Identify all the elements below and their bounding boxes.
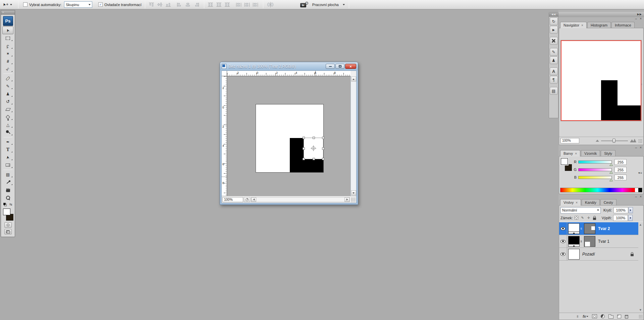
panel-resize-grip[interactable] bbox=[638, 139, 642, 143]
canvas[interactable] bbox=[256, 104, 323, 172]
paragraph-panel-button[interactable]: ¶ bbox=[550, 76, 558, 84]
vertical-scrollbar[interactable] bbox=[351, 76, 356, 196]
visibility-toggle[interactable] bbox=[559, 248, 567, 261]
tab-informace[interactable]: Informace bbox=[611, 22, 635, 28]
zoom-out-icon[interactable] bbox=[596, 140, 599, 142]
color-spectrum-ramp[interactable] bbox=[560, 188, 642, 192]
blue-value-field[interactable]: 255 bbox=[614, 175, 627, 180]
spectrum-gradient[interactable] bbox=[560, 188, 635, 192]
slider-thumb[interactable] bbox=[609, 179, 613, 181]
transform-handle[interactable] bbox=[303, 158, 305, 160]
tool-paint-bucket[interactable] bbox=[2, 113, 13, 121]
tab-histogram[interactable]: Histogram bbox=[587, 22, 611, 28]
horizontal-scrollbar[interactable] bbox=[251, 197, 350, 202]
layer-name[interactable]: Tvar 1 bbox=[598, 239, 609, 244]
zoom-level-field[interactable]: 100% bbox=[222, 197, 243, 202]
distribute-right-edges-icon[interactable] bbox=[252, 2, 259, 7]
ruler-origin-corner[interactable] bbox=[222, 71, 227, 76]
transform-bounding-box[interactable] bbox=[304, 138, 323, 159]
layer-fill-thumbnail[interactable] bbox=[568, 223, 580, 234]
link-layers-button[interactable]: ∞ bbox=[576, 315, 580, 317]
green-slider[interactable] bbox=[578, 168, 612, 171]
tab-vrstvy[interactable]: Vrstvy × bbox=[560, 199, 581, 205]
slider-thumb[interactable] bbox=[612, 139, 615, 143]
tab-close-icon[interactable]: × bbox=[575, 152, 577, 155]
transform-controls-option[interactable]: ✓ Ovladače transformací bbox=[98, 2, 142, 7]
tab-styly[interactable]: Styly bbox=[601, 150, 615, 156]
visibility-toggle[interactable] bbox=[559, 235, 567, 248]
red-value-field[interactable]: 255 bbox=[614, 159, 627, 165]
history-panel-button[interactable]: ↻ bbox=[550, 17, 558, 25]
layer-row-pozadi[interactable]: Pozadí bbox=[559, 248, 638, 261]
brushes-panel-button[interactable]: ✎ bbox=[550, 48, 558, 56]
white-swatch[interactable] bbox=[635, 188, 638, 192]
window-resize-grip[interactable] bbox=[351, 197, 356, 202]
clone-source-panel-button[interactable]: ♟ bbox=[550, 56, 558, 64]
horizontal-ruler[interactable]: 2 0 2 4 6 8 bbox=[227, 71, 351, 76]
visibility-toggle[interactable] bbox=[559, 222, 567, 235]
align-right-edges-icon[interactable] bbox=[193, 2, 200, 7]
auto-select-checkbox[interactable] bbox=[23, 2, 28, 7]
tool-type[interactable]: T bbox=[2, 146, 13, 153]
actions-panel-button[interactable]: ▶ bbox=[550, 26, 558, 34]
navigator-zoom-slider[interactable] bbox=[601, 138, 628, 143]
tool-dodge[interactable] bbox=[2, 129, 13, 136]
transform-handle[interactable] bbox=[313, 137, 315, 139]
align-left-edges-icon[interactable] bbox=[176, 2, 183, 7]
auto-select-option[interactable]: Vybrat automaticky: bbox=[23, 2, 61, 7]
distribute-vertical-centers-icon[interactable] bbox=[216, 2, 222, 7]
layer-comps-panel-button[interactable]: ▤ bbox=[550, 87, 558, 95]
tool-blur[interactable]: △ bbox=[2, 121, 13, 129]
go-to-bridge-button[interactable]: Br bbox=[300, 2, 309, 8]
tool-presets-panel-button[interactable] bbox=[550, 37, 558, 45]
layer-fill-thumbnail[interactable] bbox=[568, 236, 580, 247]
panel-close-button[interactable]: × bbox=[640, 17, 642, 20]
quick-mask-button[interactable] bbox=[4, 222, 12, 228]
navigator-view-box[interactable] bbox=[561, 40, 641, 121]
transform-handle[interactable] bbox=[322, 147, 324, 150]
align-top-edges-icon[interactable] bbox=[148, 2, 155, 7]
opacity-field[interactable]: 100% bbox=[613, 207, 628, 213]
tool-hand[interactable] bbox=[2, 186, 13, 194]
delete-layer-button[interactable] bbox=[625, 315, 628, 319]
tool-history-brush[interactable]: ↺ bbox=[2, 98, 13, 105]
align-vertical-centers-icon[interactable] bbox=[157, 2, 163, 7]
zoom-in-icon[interactable] bbox=[630, 139, 637, 142]
align-bottom-edges-icon[interactable] bbox=[165, 2, 171, 7]
tool-notes[interactable]: ▤ bbox=[2, 171, 13, 178]
new-group-button[interactable] bbox=[608, 315, 613, 319]
default-colors-control[interactable]: ⇆ bbox=[2, 202, 14, 208]
tool-pen[interactable]: ✒ bbox=[2, 138, 13, 146]
lock-all-button[interactable] bbox=[592, 216, 597, 220]
opacity-slider-button[interactable] bbox=[629, 207, 633, 213]
transform-handle[interactable] bbox=[322, 137, 324, 139]
auto-align-layers-icon[interactable] bbox=[267, 2, 274, 7]
scroll-right-button[interactable] bbox=[344, 197, 350, 202]
scroll-down-icon[interactable]: ▼ bbox=[639, 308, 642, 312]
character-panel-button[interactable]: A bbox=[550, 67, 558, 75]
distribute-left-edges-icon[interactable] bbox=[235, 2, 242, 7]
slider-thumb[interactable] bbox=[609, 163, 613, 166]
navigator-preview[interactable] bbox=[561, 40, 641, 121]
fill-field[interactable]: 100% bbox=[613, 215, 628, 221]
tab-close-icon[interactable]: × bbox=[576, 201, 578, 204]
blend-mode-select[interactable]: Normální bbox=[560, 207, 601, 214]
screen-mode-button[interactable] bbox=[4, 229, 12, 234]
tool-eyedropper[interactable] bbox=[2, 178, 13, 186]
slider-thumb[interactable] bbox=[609, 171, 613, 174]
scroll-up-button[interactable] bbox=[351, 77, 356, 82]
lock-transparency-button[interactable] bbox=[574, 216, 579, 220]
canvas-viewport[interactable] bbox=[227, 76, 351, 196]
minimize-button[interactable] bbox=[326, 64, 335, 69]
status-info-button[interactable] bbox=[244, 197, 250, 202]
document-titlebar[interactable]: Bez názvu 1 @ 100% (Tvar 2,RGB/8) × bbox=[220, 62, 358, 71]
swap-colors-icon[interactable]: ⇆ bbox=[9, 202, 12, 206]
green-value-field[interactable]: 255 bbox=[614, 167, 627, 173]
tool-zoom[interactable] bbox=[2, 194, 13, 201]
panel-minimize-button[interactable]: – bbox=[635, 17, 637, 20]
fill-slider-button[interactable] bbox=[628, 215, 633, 221]
transform-reference-point[interactable] bbox=[312, 146, 315, 150]
align-horizontal-centers-icon[interactable] bbox=[185, 2, 191, 7]
tool-preset-picker[interactable]: ➤ ✛ bbox=[3, 2, 16, 7]
transform-handle[interactable] bbox=[303, 147, 305, 150]
